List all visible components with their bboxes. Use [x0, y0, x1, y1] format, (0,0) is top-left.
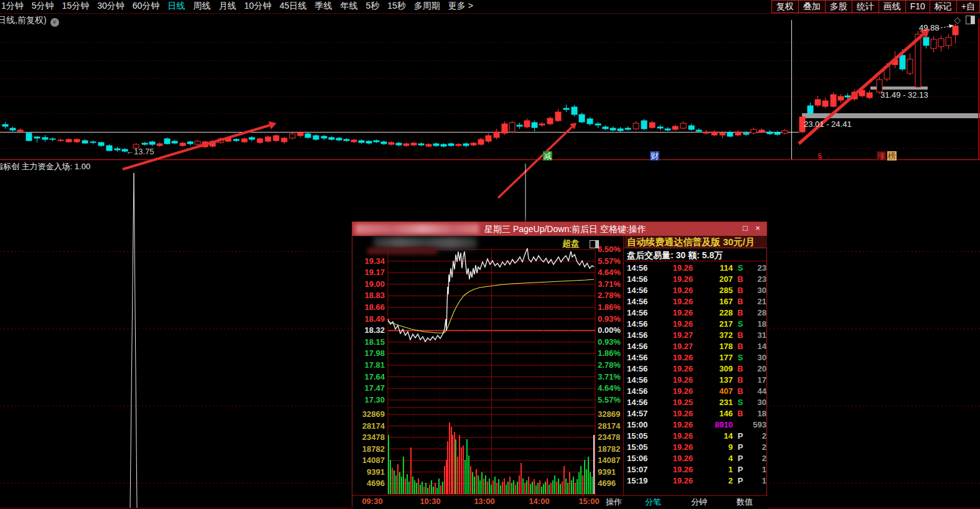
volume-axis-label: 28174 [354, 421, 385, 431]
panel-toggle-icon[interactable] [966, 16, 975, 24]
period-tab-60分钟[interactable]: 60分钟 [133, 1, 160, 12]
tick-time: 14:56 [625, 353, 654, 362]
toolbar-button-复权[interactable]: 复权 [771, 0, 799, 13]
tick-count: 14 [748, 342, 766, 351]
popup-titlebar[interactable]: 星期三 PageUp/Down:前后日 空格键:操作 □ × [352, 222, 766, 236]
toolbar-button-画线[interactable]: 画线 [879, 0, 906, 13]
volume-axis-label: 32869 [354, 409, 385, 419]
price-axis-label: 18.32 [354, 325, 385, 335]
pct-axis-label: 3.71% [598, 279, 629, 289]
tick-count: 593 [748, 420, 766, 429]
tick-time: 15:07 [625, 465, 654, 474]
tick-count: 28 [748, 308, 766, 317]
toolbar-button-+自[interactable]: +自 [956, 0, 980, 13]
tick-volume: 137 [693, 375, 733, 385]
period-tab-15分钟[interactable]: 15分钟 [62, 1, 90, 12]
tick-row: 14:5619.26137B17 [625, 374, 766, 385]
tick-list: 14:5619.26114S2314:5619.26207B2314:5619.… [625, 262, 766, 486]
period-tab-45日线[interactable]: 45日线 [280, 1, 307, 12]
tick-price: 19.26 [654, 375, 693, 385]
tab-分钟[interactable]: 分钟 [684, 497, 714, 508]
app-window: 1分钟5分钟15分钟30分钟60分钟日线周线月线10分钟45日线季线年线5秒15… [0, 0, 980, 509]
tick-price: 19.26 [654, 409, 693, 418]
close-button[interactable]: × [753, 223, 763, 233]
chaopan-tag[interactable]: 超盘 [562, 238, 580, 250]
tick-time: 14:56 [625, 342, 654, 351]
tick-volume: 14 [693, 431, 733, 441]
period-tab-月线[interactable]: 月线 [219, 1, 236, 12]
intraday-popup-window[interactable]: 星期三 PageUp/Down:前后日 空格键:操作 □ × 超盘 19.341… [352, 222, 767, 507]
price-axis-label: 17.64 [354, 372, 385, 381]
tick-volume: 372 [693, 330, 733, 340]
subheader-icons: ◇ [954, 15, 975, 25]
tick-flag: P [733, 431, 748, 441]
tick-price: 19.26 [654, 286, 693, 295]
tick-price: 19.26 [654, 476, 693, 485]
period-tab-10分钟[interactable]: 10分钟 [244, 1, 271, 12]
toolbar-button-标记[interactable]: 标记 [930, 0, 957, 13]
tick-time: 15:06 [625, 454, 654, 463]
tick-flag: B [733, 375, 748, 385]
tick-time: 15:05 [625, 431, 654, 441]
volume-axis-label: 4696 [354, 479, 385, 488]
redacted-stock-name [356, 224, 479, 234]
tick-count: 30 [748, 398, 766, 407]
redacted-strip [367, 248, 437, 254]
event-marker-§[interactable]: § [817, 151, 822, 161]
tick-flag: B [733, 274, 748, 284]
restore-button[interactable]: □ [740, 223, 750, 233]
tick-count: 18 [748, 409, 766, 418]
period-tab-多周期[interactable]: 多周期 [414, 1, 440, 12]
volume-axis-label: 32869 [598, 409, 629, 419]
period-tab-5分钟[interactable]: 5分钟 [32, 1, 54, 12]
tick-flag: B [733, 297, 748, 306]
tick-row: 15:1919.262P1 [625, 475, 766, 486]
period-tab-年线[interactable]: 年线 [340, 1, 357, 12]
period-tab-5秒[interactable]: 5秒 [365, 1, 379, 12]
period-tab-15秒[interactable]: 15秒 [387, 1, 406, 12]
tab-分笔[interactable]: 分笔 [638, 497, 668, 508]
tick-flag: B [733, 330, 748, 340]
period-tab-1分钟[interactable]: 1分钟 [1, 1, 24, 12]
tab-数值[interactable]: 数值 [730, 497, 760, 508]
tick-price: 19.26 [654, 454, 693, 463]
tick-time: 14:56 [625, 386, 654, 396]
tick-count: 31 [748, 330, 766, 340]
tick-time: 15:19 [625, 476, 654, 485]
event-marker-减[interactable]: 减 [543, 151, 552, 161]
pct-axis-label: 1.86% [598, 348, 629, 358]
chevron-down-icon[interactable]: ˅ [50, 18, 59, 27]
time-axis-label: 09:30 [357, 497, 387, 506]
price-axis-label: 19.34 [354, 256, 385, 266]
tick-count: 18 [748, 319, 766, 329]
renewal-ad-banner[interactable]: 自动续费通达信普及版 30元/月 [624, 236, 767, 248]
volume-axis-label: 28174 [598, 421, 629, 431]
time-axis-label: 10:30 [415, 497, 445, 506]
volume-axis-label: 4696 [598, 479, 629, 488]
toolbar-button-统计[interactable]: 统计 [852, 0, 879, 13]
toolbar-button-叠加[interactable]: 叠加 [798, 0, 826, 13]
period-tab-周线[interactable]: 周线 [193, 1, 210, 12]
tick-row: 14:5619.27178B14 [625, 340, 766, 352]
event-marker-财[interactable]: 财 [650, 151, 659, 161]
toolbar-button-F10[interactable]: F10 [905, 0, 930, 13]
time-axis-label: 13:00 [469, 497, 499, 506]
toolbar-button-多股[interactable]: 多股 [825, 0, 852, 13]
period-tab-日线[interactable]: 日线 [167, 1, 185, 12]
event-marker-涨[interactable]: 涨 [877, 151, 886, 161]
panel-mini-icon[interactable] [590, 240, 599, 248]
period-tab-30分钟[interactable]: 30分钟 [97, 1, 125, 12]
price-axis-label: 18.83 [354, 291, 385, 300]
event-marker-榜[interactable]: 榜 [887, 151, 897, 161]
pct-axis-label: 0.00% [598, 325, 629, 335]
period-tab-更多 >[interactable]: 更多 > [448, 1, 473, 12]
price-axis-label: 18.66 [354, 302, 385, 312]
period-tab-季线[interactable]: 季线 [314, 1, 332, 12]
tick-count: 21 [748, 297, 766, 306]
tick-row: 14:5619.25231S30 [625, 396, 766, 408]
volume-axis-label: 18782 [598, 444, 629, 454]
diamond-icon[interactable]: ◇ [954, 15, 961, 25]
tick-volume: 228 [693, 308, 733, 317]
tick-count: 17 [748, 375, 766, 385]
tick-time: 15:05 [625, 442, 654, 452]
